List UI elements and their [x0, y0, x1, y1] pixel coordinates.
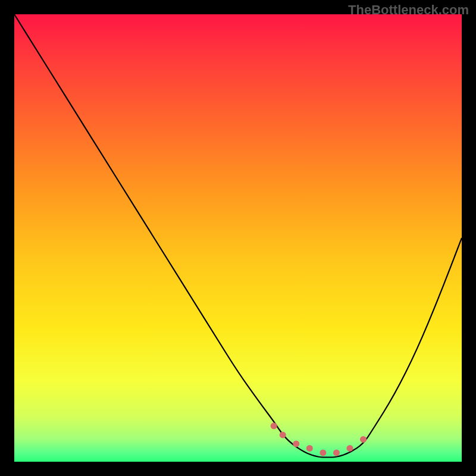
optimal-range-dot	[360, 436, 367, 443]
watermark-text: TheBottleneck.com	[348, 2, 469, 18]
optimal-range-dot	[333, 449, 340, 456]
optimal-range-dot	[271, 422, 277, 429]
optimal-range-dot	[306, 445, 313, 452]
optimal-range-dot	[293, 440, 299, 447]
optimal-range-dot	[320, 449, 326, 456]
chart-plot-area	[14, 14, 462, 462]
optimal-range-dot	[347, 445, 353, 452]
optimal-range-dot	[280, 431, 286, 438]
chart-curve	[14, 14, 462, 462]
